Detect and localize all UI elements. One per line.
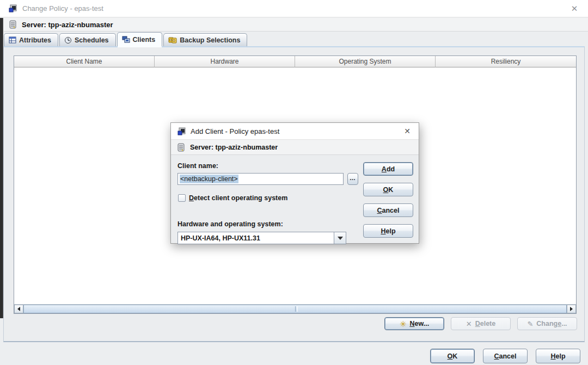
app-window-icon <box>9 4 17 13</box>
new-star-icon: ✳ <box>400 320 407 328</box>
attributes-tab-icon <box>9 36 16 44</box>
backup-selections-tab-icon <box>168 36 177 44</box>
dialog-footer: OK Cancel Help <box>0 343 588 365</box>
dialog-cancel-button[interactable]: Cancel <box>363 203 413 217</box>
scroll-left-button[interactable] <box>14 305 23 313</box>
ok-button[interactable]: OK <box>430 349 475 363</box>
server-name: Server: tpp-aziz-nbumaster <box>22 21 113 29</box>
dialog-server-icon <box>177 143 185 152</box>
new-client-button[interactable]: ✳ New... <box>384 317 444 330</box>
client-name-label: Client name: <box>177 162 218 170</box>
client-actions-row: ✳ New... ✕ Delete ✎ Change... <box>3 317 585 331</box>
dialog-server-name: Server: tpp-aziz-nbumaster <box>190 144 278 151</box>
column-header-operating-system[interactable]: Operating System <box>295 56 436 67</box>
scroll-left-icon <box>17 307 20 311</box>
scrollbar-thumb[interactable] <box>23 305 567 313</box>
chevron-down-icon <box>338 237 343 240</box>
dialog-close-icon[interactable]: ✕ <box>401 126 413 137</box>
add-client-title: Add Client - Policy epas-test <box>191 127 279 135</box>
dialog-window-icon <box>177 127 186 135</box>
change-client-button[interactable]: ✎ Change... <box>517 317 577 330</box>
column-header-client-name[interactable]: Client Name <box>14 56 155 67</box>
clients-tab-icon <box>122 36 130 43</box>
browse-clients-button[interactable]: … <box>347 173 358 185</box>
policy-tabbar: Attributes Schedules Clients Backup Sele… <box>4 32 588 46</box>
add-client-body: Client name: <netbackup-client> … Detect… <box>171 155 419 244</box>
window-close-icon[interactable]: ✕ <box>568 3 580 14</box>
horizontal-scrollbar[interactable] <box>14 304 576 313</box>
window-titlebar: Change Policy - epas-test ✕ <box>0 0 588 17</box>
tab-clients[interactable]: Clients <box>117 32 163 46</box>
schedules-tab-icon <box>64 36 72 44</box>
delete-x-icon: ✕ <box>466 320 472 328</box>
server-bar: Server: tpp-aziz-nbumaster <box>4 18 588 32</box>
netbackup-change-policy-window: Change Policy - epas-test ✕ Server: tpp-… <box>0 0 588 365</box>
detect-os-row: Detect client operating system <box>178 194 287 202</box>
hardware-os-combobox[interactable]: HP-UX-IA64, HP-UX11.31 <box>177 232 346 244</box>
detect-os-checkbox[interactable] <box>178 194 186 202</box>
client-name-selected-text: <netbackup-client> <box>180 175 238 183</box>
scroll-right-icon <box>570 307 573 311</box>
window-title: Change Policy - epas-test <box>22 4 103 13</box>
clients-table-header: Client Name Hardware Operating System Re… <box>14 56 576 67</box>
combo-dropdown-button[interactable] <box>334 232 346 244</box>
server-icon <box>9 20 16 29</box>
add-client-titlebar: Add Client - Policy epas-test ✕ <box>171 123 419 140</box>
delete-client-button[interactable]: ✕ Delete <box>451 317 511 330</box>
detect-os-label: Detect client operating system <box>189 194 287 202</box>
add-client-dialog: Add Client - Policy epas-test ✕ Server: … <box>170 122 419 244</box>
dialog-server-bar: Server: tpp-aziz-nbumaster <box>171 140 419 155</box>
cancel-button[interactable]: Cancel <box>483 349 528 363</box>
tab-backup-selections[interactable]: Backup Selections <box>163 33 247 46</box>
scroll-right-button[interactable] <box>567 305 576 313</box>
tab-attributes[interactable]: Attributes <box>4 33 58 46</box>
dialog-help-button[interactable]: Help <box>363 224 413 238</box>
dialog-add-button[interactable]: Add <box>363 162 413 176</box>
tab-schedules[interactable]: Schedules <box>59 33 116 46</box>
client-name-input[interactable]: <netbackup-client> <box>177 173 344 185</box>
column-header-hardware[interactable]: Hardware <box>155 56 295 67</box>
change-pen-icon: ✎ <box>527 320 533 328</box>
hardware-os-value: HP-UX-IA64, HP-UX11.31 <box>178 234 334 242</box>
dialog-ok-button[interactable]: OK <box>363 183 413 196</box>
column-header-resiliency[interactable]: Resiliency <box>436 56 576 67</box>
help-button[interactable]: Help <box>536 349 580 363</box>
hardware-os-label: Hardware and operating system: <box>177 220 283 228</box>
